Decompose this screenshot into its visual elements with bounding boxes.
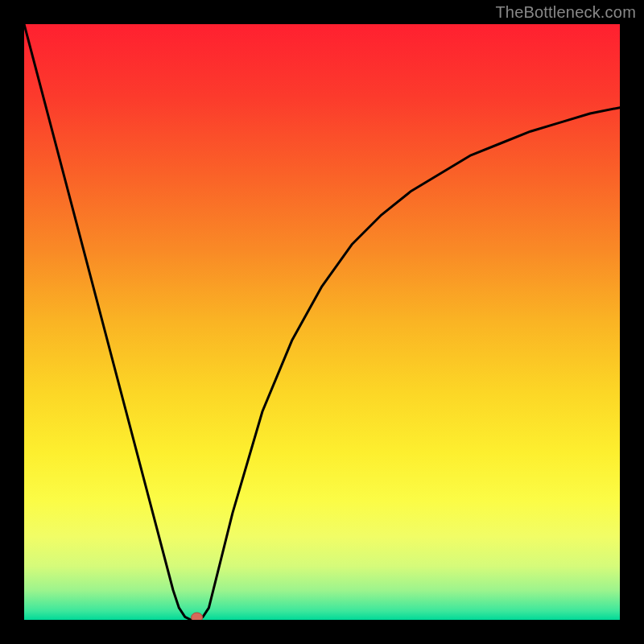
optimal-point-marker (192, 613, 203, 620)
bottleneck-curve-chart (24, 24, 620, 620)
chart-frame: TheBottleneck.com (0, 0, 644, 644)
watermark-text: TheBottleneck.com (495, 3, 636, 22)
gradient-background (24, 24, 620, 620)
plot-area (24, 24, 620, 620)
